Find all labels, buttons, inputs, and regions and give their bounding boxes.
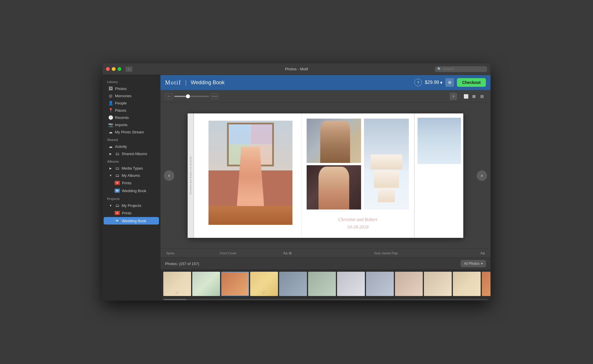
toolbar-separator [460, 93, 460, 99]
sidebar-item-label: Media Types [122, 166, 154, 170]
sidebar-item-media-types[interactable]: ▶ 🗂 Media Types [104, 165, 159, 172]
scroll-thumb[interactable] [163, 299, 186, 300]
plugin-divider: | [185, 79, 191, 86]
zoom-slider[interactable] [174, 96, 209, 97]
prev-page-button[interactable]: ‹ [164, 170, 174, 181]
strip-photo-5[interactable] [279, 272, 307, 296]
filter-chevron: ▾ [481, 262, 483, 266]
strip-photo-2[interactable] [192, 272, 220, 296]
strip-photo-10[interactable] [424, 272, 452, 296]
price-display[interactable]: $29.99 ▾ [425, 80, 442, 85]
recents-icon: 🕐 [108, 115, 113, 120]
sidebar-item-my-photo-stream[interactable]: ☁ My Photo Stream [104, 128, 159, 135]
slider-thumb[interactable] [186, 94, 190, 98]
sidebar-item-shared-albums[interactable]: ▶ 🗂 Shared Albums [104, 150, 159, 157]
scroll-track[interactable] [163, 299, 488, 300]
sidebar-item-photos[interactable]: 🖼 Photos [104, 85, 159, 92]
horizontal-scrollbar[interactable] [160, 298, 490, 301]
photos-strip: ✓ ✓ ✓ [160, 269, 490, 298]
add-button[interactable]: + [450, 93, 457, 100]
sidebar-item-wedding-book-project[interactable]: W Wedding Book [104, 217, 159, 225]
shared-section-label: Shared [103, 136, 160, 143]
sidebar-item-label: Prints [122, 181, 131, 185]
check-mark: ✓ [176, 291, 179, 295]
filter-label: All Photos [464, 262, 479, 266]
sidebar-item-activity[interactable]: ☁ Activity [104, 143, 159, 150]
zoom-slider-container [174, 96, 209, 97]
double-page-view-button[interactable]: ▭▭ [211, 93, 218, 99]
book-spine: Christine and Robert 10-18-2018 [188, 113, 194, 238]
photos-strip-header: Photos: (157 of 157) All Photos ▾ [160, 258, 490, 269]
search-input[interactable] [443, 67, 485, 71]
strip-photo-11[interactable] [453, 272, 481, 296]
font-icon-right[interactable]: Aa [480, 251, 485, 255]
strip-photo-3[interactable]: ✓ [221, 272, 249, 296]
top-photos-row [307, 119, 409, 210]
search-icon: 🔍 [437, 67, 442, 71]
help-button[interactable]: ? [414, 79, 422, 86]
sidebar-item-memories[interactable]: ◎ Memories [104, 92, 159, 99]
next-page-button[interactable]: › [477, 170, 487, 181]
memories-icon: ◎ [108, 93, 113, 98]
sidebar-item-wedding-book-album[interactable]: W Wedding Book [104, 187, 159, 194]
cake-layers [371, 152, 402, 202]
sidebar-item-places[interactable]: 📍 Places [104, 107, 159, 114]
view-mode-buttons: ⬜ ⊞ ⊟ [462, 93, 486, 100]
back-button[interactable]: ‹ [125, 67, 132, 72]
spine-label: Spine [166, 251, 173, 255]
sidebar-item-prints-project[interactable]: S Prints [104, 209, 159, 217]
prints-album-icon: S [115, 180, 120, 185]
strip-photo-1[interactable]: ✓ [163, 272, 191, 296]
sidebar-item-my-projects[interactable]: ▼ 🗂 My Projects [104, 202, 159, 209]
cake-layer [374, 170, 399, 188]
view-mode-list[interactable]: ⊟ [478, 93, 486, 100]
sidebar-item-imports[interactable]: 📷 Imports [104, 121, 159, 128]
layout-icon[interactable]: ⊞ [289, 251, 292, 255]
strip-photo-4[interactable]: ✓ [250, 272, 278, 296]
dust-jacket-page [414, 113, 463, 238]
checkout-button[interactable]: Checkout [457, 78, 486, 87]
single-page-icon: ▭ [167, 94, 170, 98]
cake-layer [371, 155, 402, 170]
check-mark: ✓ [263, 291, 266, 295]
slider-fill [174, 96, 186, 97]
list-view-icon: ⊟ [480, 94, 484, 99]
strip-photo-9[interactable] [395, 272, 423, 296]
photos-filter-dropdown[interactable]: All Photos ▾ [461, 260, 486, 267]
sidebar-item-prints-album[interactable]: S Prints [104, 179, 159, 187]
wedding-text-line2: 10-18-2018 [307, 223, 409, 231]
albums-section-label: Albums [103, 157, 160, 164]
left-photos-col [307, 119, 361, 210]
minimize-button[interactable] [112, 67, 116, 71]
sidebar-item-label: Prints [122, 211, 131, 215]
strip-photo-6[interactable] [308, 272, 336, 296]
main-layout: Library 🖼 Photos ◎ Memories 👤 People 📍 P… [103, 75, 490, 301]
view-mode-single[interactable]: ⬜ [462, 93, 470, 100]
sidebar-item-people[interactable]: 👤 People [104, 100, 159, 106]
sidebar-item-recents[interactable]: 🕐 Recents [104, 114, 159, 121]
title-bar: ‹ Photos - Motif 🔍 [103, 63, 490, 75]
double-page-icon: ▭▭ [212, 94, 217, 98]
plugin-header: Motif | Wedding Book ? $29.99 ▾ ⚙ Checko… [160, 75, 490, 90]
settings-button[interactable]: ⚙ [445, 78, 454, 87]
sidebar: Library 🖼 Photos ◎ Memories 👤 People 📍 P… [103, 75, 160, 301]
my-projects-icon: 🗂 [115, 203, 120, 208]
window-pane [251, 124, 272, 144]
sidebar-item-my-albums[interactable]: ▼ 🗂 My Albums [104, 172, 159, 179]
search-bar[interactable]: 🔍 [435, 66, 487, 72]
sidebar-item-label: Photos [115, 87, 154, 91]
strip-photo-12[interactable] [482, 272, 490, 296]
imports-icon: 📷 [108, 122, 113, 127]
right-book-page: Christine and Robert 10-18-2018 [301, 113, 414, 238]
strip-photo-8[interactable] [366, 272, 394, 296]
content-area: Motif | Wedding Book ? $29.99 ▾ ⚙ Checko… [160, 75, 490, 301]
single-page-view-button[interactable]: ▭ [165, 93, 173, 99]
font-icon-left[interactable]: Aa [283, 251, 288, 255]
view-mode-grid[interactable]: ⊞ [470, 93, 478, 100]
close-button[interactable] [106, 67, 110, 71]
check-mark: ✓ [234, 290, 237, 294]
groom-photo [307, 119, 361, 163]
fullscreen-button[interactable] [118, 67, 121, 71]
sidebar-item-label: Shared Albums [122, 152, 154, 156]
strip-photo-7[interactable] [337, 272, 365, 296]
